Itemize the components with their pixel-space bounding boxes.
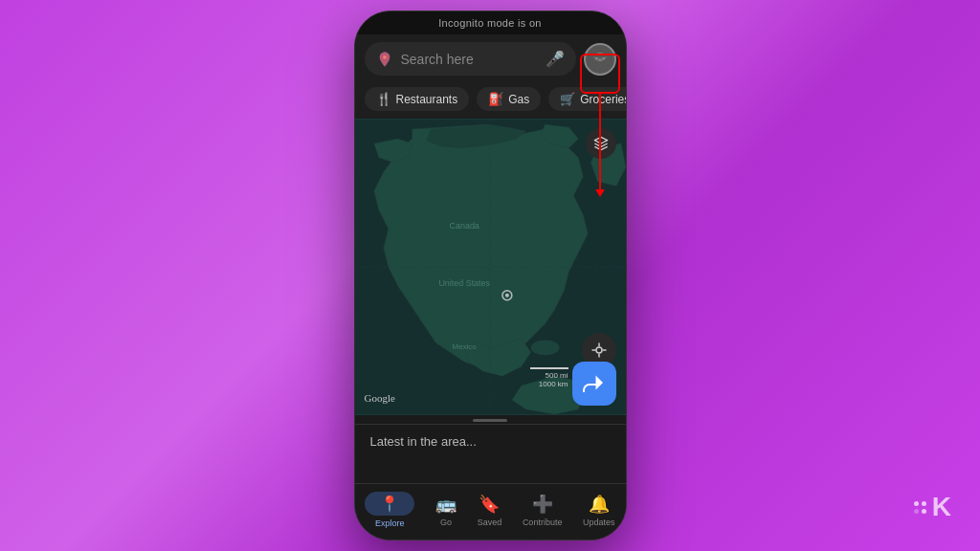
- category-restaurants[interactable]: 🍴 Restaurants: [365, 87, 470, 111]
- scale-1000km-label: 1000 km: [539, 380, 568, 388]
- latest-bar-text: Latest in the area...: [370, 434, 477, 449]
- search-bar: Search here 🎤: [355, 34, 626, 83]
- svg-point-8: [530, 340, 559, 355]
- incognito-icon: [590, 50, 610, 69]
- restaurants-label: Restaurants: [396, 93, 458, 106]
- gas-icon: ⛽: [488, 92, 503, 106]
- search-placeholder: Search here: [401, 52, 538, 67]
- watermark-letter: K: [932, 492, 951, 522]
- svg-point-15: [504, 294, 508, 298]
- explore-label: Explore: [375, 518, 405, 528]
- bottom-nav: 📍 Explore 🚌 Go 🔖 Saved ➕ Contribute 🔔 Up…: [355, 483, 626, 540]
- search-input-container[interactable]: Search here 🎤: [365, 42, 576, 76]
- red-arrow: [599, 94, 601, 189]
- svg-text:Canada: Canada: [449, 221, 479, 231]
- directions-button[interactable]: [572, 362, 616, 406]
- scale-bar: 500 mi 1000 km: [530, 367, 568, 388]
- restaurants-icon: 🍴: [376, 92, 391, 106]
- map-area[interactable]: Canada United States Mexico: [355, 119, 626, 415]
- incognito-avatar-button[interactable]: [584, 43, 616, 76]
- svg-text:Mexico: Mexico: [452, 342, 477, 351]
- saved-label: Saved: [478, 518, 502, 527]
- directions-icon: [583, 372, 606, 395]
- maps-pin-icon: [376, 51, 393, 68]
- nav-go[interactable]: 🚌 Go: [435, 494, 457, 527]
- category-groceries[interactable]: 🛒 Groceries: [548, 87, 625, 111]
- category-gas[interactable]: ⛽ Gas: [477, 87, 541, 111]
- gas-label: Gas: [508, 93, 529, 106]
- microphone-icon[interactable]: 🎤: [546, 50, 565, 68]
- contribute-icon: ➕: [532, 494, 553, 515]
- handle-bar: [355, 415, 626, 424]
- updates-label: Updates: [583, 518, 615, 527]
- nav-updates[interactable]: 🔔 Updates: [583, 494, 615, 527]
- layers-icon: [593, 136, 609, 151]
- go-icon: 🚌: [435, 494, 457, 515]
- groceries-icon: 🛒: [560, 92, 575, 106]
- drag-handle[interactable]: [473, 419, 507, 422]
- crosshair-icon: [590, 342, 608, 359]
- scale-line: [530, 367, 568, 369]
- contribute-label: Contribute: [523, 518, 563, 527]
- explore-icon: 📍: [365, 492, 414, 516]
- groceries-label: Groceries: [580, 93, 625, 106]
- latest-bar[interactable]: Latest in the area...: [355, 424, 626, 458]
- categories-bar: 🍴 Restaurants ⛽ Gas 🛒 Groceries: [355, 83, 626, 119]
- saved-icon: 🔖: [479, 494, 500, 515]
- google-watermark: Google: [365, 392, 395, 404]
- knowtechie-watermark: K: [914, 492, 951, 522]
- go-label: Go: [440, 518, 452, 527]
- phone-frame: Incognito mode is on Search here: [354, 11, 627, 540]
- svg-rect-3: [594, 56, 598, 59]
- layers-button[interactable]: [586, 128, 616, 159]
- incognito-text: Incognito mode is on: [438, 17, 542, 29]
- nav-contribute[interactable]: ➕ Contribute: [523, 494, 563, 527]
- svg-rect-4: [601, 56, 605, 59]
- nav-saved[interactable]: 🔖 Saved: [478, 494, 502, 527]
- svg-text:United States: United States: [438, 278, 490, 288]
- scale-500mi-label: 500 mi: [545, 371, 568, 380]
- google-label: Google: [365, 392, 395, 404]
- nav-explore[interactable]: 📍 Explore: [365, 492, 414, 528]
- svg-point-16: [596, 347, 602, 353]
- updates-icon: 🔔: [589, 494, 610, 515]
- incognito-banner: Incognito mode is on: [355, 11, 626, 34]
